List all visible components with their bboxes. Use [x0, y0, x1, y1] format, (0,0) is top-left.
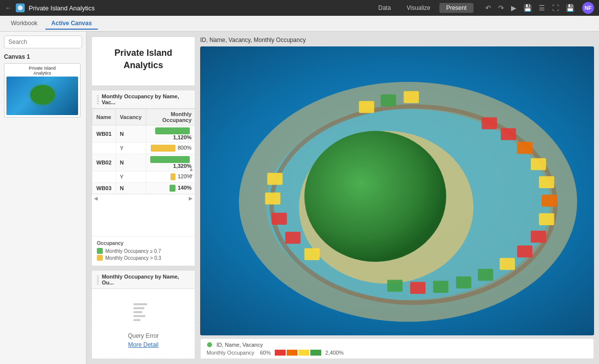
- svg-point-0: [18, 5, 23, 10]
- footer-max: 2,400%: [325, 350, 343, 356]
- svg-rect-33: [381, 94, 396, 106]
- svg-point-10: [304, 131, 446, 262]
- nav-tab-present[interactable]: Present: [439, 3, 473, 13]
- svg-rect-18: [539, 213, 554, 225]
- tab-workbook[interactable]: Workbook: [5, 18, 43, 30]
- footer-occupancy-label: Monthly Occupancy: [207, 350, 256, 356]
- cell-vacancy: Y: [116, 171, 146, 183]
- cell-vacancy: Y: [116, 143, 146, 154]
- color-scale: [275, 350, 321, 356]
- tab-active-canvas[interactable]: Active Canvas: [45, 18, 98, 30]
- canvas-thumbnail[interactable]: Private IslandAnalytics: [4, 63, 81, 118]
- svg-rect-13: [501, 128, 516, 140]
- svg-rect-28: [285, 232, 300, 243]
- error-title: Query Error: [128, 332, 159, 339]
- scroll-up[interactable]: ▲: [189, 166, 194, 172]
- svg-rect-17: [542, 195, 557, 206]
- nav-tab-data[interactable]: Data: [371, 3, 397, 13]
- col-monthly-occupancy: MonthlyOccupancy: [146, 109, 195, 125]
- error-widget-header: Monthly Occupancy by Name, Ou...: [92, 271, 195, 289]
- table-widget-header: Monthly Occupancy by Name, Vac...: [92, 90, 195, 109]
- legend-section: Occupancy Monthly Occupancy ≥ 0.7 Monthl…: [92, 236, 195, 266]
- svg-rect-14: [517, 142, 532, 154]
- redo-icon[interactable]: ↷: [496, 3, 506, 13]
- user-avatar[interactable]: NF: [582, 2, 594, 14]
- cell-vacancy: N: [116, 183, 146, 194]
- footer-id-label: ID, Name, Vacancy: [216, 342, 263, 348]
- svg-rect-25: [410, 282, 426, 294]
- fullscreen-icon[interactable]: ⛶: [550, 3, 561, 13]
- cell-occupancy: 120%: [146, 171, 195, 183]
- dashboard-title: Private Island Analytics: [100, 47, 187, 72]
- svg-rect-2: [133, 307, 144, 309]
- app-title: Private Island Analytics: [29, 4, 371, 12]
- table-row: WB03 N 140%: [92, 183, 195, 194]
- legend-item-0: Monthly Occupancy ≥ 0.7: [97, 248, 190, 254]
- footer-id-row: ID, Name, Vacancy: [207, 342, 588, 348]
- legend-item-1: Monthly Occupancy > 0.3: [97, 255, 190, 261]
- scroll-right[interactable]: ▶: [189, 196, 193, 201]
- svg-rect-32: [359, 101, 374, 113]
- undo-icon[interactable]: ↶: [483, 3, 493, 13]
- cell-vacancy: N: [116, 154, 146, 171]
- svg-rect-23: [456, 277, 471, 288]
- tab-bar: Workbook Active Canvas: [0, 16, 599, 32]
- thumb-title: Private IslandAnalytics: [6, 66, 78, 76]
- table-row: WB02 N 1,320%: [92, 154, 195, 171]
- search-input[interactable]: [4, 36, 82, 48]
- save-icon[interactable]: 💾: [521, 3, 534, 13]
- thumb-content: [6, 77, 78, 115]
- cell-occupancy: 140%: [146, 183, 195, 194]
- center-panel: Private Island Analytics Monthly Occupan…: [86, 32, 599, 364]
- cell-name: WB03: [92, 183, 116, 194]
- svg-point-35: [207, 342, 212, 347]
- cell-name: WB02: [92, 154, 116, 171]
- scroll-left[interactable]: ◀: [94, 196, 98, 201]
- drag-handle[interactable]: [97, 94, 99, 104]
- svg-rect-1: [133, 303, 147, 305]
- col-vacancy: Vacancy: [116, 109, 146, 125]
- svg-rect-5: [133, 319, 140, 321]
- error-widget: Monthly Occupancy by Name, Ou...: [91, 270, 195, 359]
- title-widget: Private Island Analytics: [91, 37, 195, 86]
- svg-rect-31: [267, 173, 283, 185]
- svg-rect-20: [517, 245, 532, 257]
- widget-column: Private Island Analytics Monthly Occupan…: [91, 37, 195, 359]
- svg-rect-22: [478, 269, 493, 281]
- drag-handle-2[interactable]: [97, 275, 99, 284]
- col-name: Name: [92, 109, 116, 125]
- scroll-down[interactable]: ▼: [189, 173, 194, 178]
- svg-rect-30: [265, 193, 280, 204]
- table-row: WB01 N 1,120%: [92, 125, 195, 143]
- nav-tab-visualize[interactable]: Visualize: [400, 3, 437, 13]
- error-more-detail-link[interactable]: More Detail: [128, 341, 158, 348]
- canvas-label: Canvas 1: [4, 53, 82, 60]
- cell-name: [92, 143, 116, 154]
- error-body: Query Error More Detail: [92, 289, 195, 359]
- svg-rect-16: [539, 176, 554, 188]
- svg-rect-15: [531, 158, 546, 170]
- cell-occupancy: 1,120%: [146, 125, 195, 143]
- table-widget: Monthly Occupancy by Name, Vac... Name V…: [91, 90, 195, 266]
- scroll-indicator: ▲ ▼: [189, 166, 194, 178]
- svg-rect-27: [304, 248, 320, 260]
- play-icon[interactable]: ▶: [509, 3, 518, 13]
- svg-rect-19: [531, 231, 546, 243]
- export-icon[interactable]: 💾: [564, 3, 576, 13]
- main-layout: Canvas 1 Private IslandAnalytics Private…: [0, 32, 599, 364]
- cell-name: WB01: [92, 125, 116, 143]
- svg-rect-21: [500, 258, 515, 270]
- svg-rect-26: [387, 280, 403, 291]
- svg-rect-34: [404, 91, 419, 103]
- svg-rect-4: [133, 315, 145, 317]
- image-area: ID, Name, Vacancy, Monthly Occupancy: [200, 37, 594, 359]
- sidebar: Canvas 1 Private IslandAnalytics: [0, 32, 86, 364]
- settings-icon[interactable]: ☰: [537, 3, 547, 13]
- svg-rect-3: [133, 311, 142, 313]
- back-button[interactable]: ←: [5, 4, 12, 12]
- island-footer: ID, Name, Vacancy Monthly Occupancy 60% …: [200, 338, 594, 359]
- footer-pct: 60%: [260, 350, 271, 356]
- island-image: [200, 46, 594, 335]
- image-title: ID, Name, Vacancy, Monthly Occupancy: [200, 37, 594, 43]
- svg-rect-24: [433, 281, 448, 293]
